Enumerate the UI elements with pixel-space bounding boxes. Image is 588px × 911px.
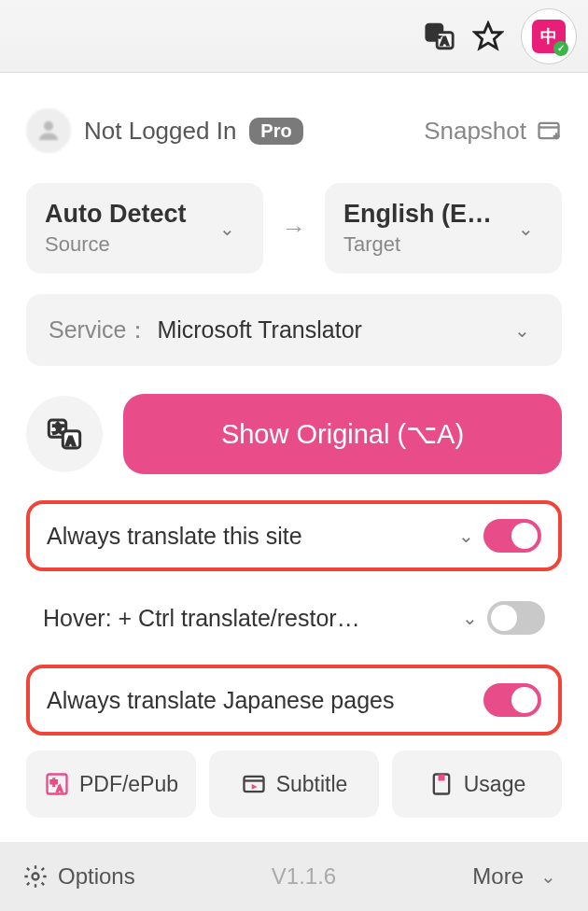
usage-label: Usage <box>464 772 525 797</box>
source-language-sub: Source <box>45 232 201 257</box>
check-icon: ✓ <box>553 41 568 56</box>
chevron-down-icon[interactable]: ⌄ <box>462 607 478 629</box>
always-translate-language-label: Always translate Japanese pages <box>47 687 483 714</box>
avatar[interactable] <box>26 108 71 153</box>
extension-button[interactable]: 中 ✓ <box>521 8 577 64</box>
source-language-title: Auto Detect <box>45 200 201 229</box>
popup-header: Not Logged In Pro Snapshot <box>26 108 562 153</box>
hover-toggle[interactable] <box>487 601 545 635</box>
show-original-button[interactable]: Show Original (⌥A) <box>123 394 562 474</box>
login-status[interactable]: Not Logged In <box>84 117 236 146</box>
chevron-down-icon[interactable]: ⌄ <box>458 525 474 547</box>
source-language-select[interactable]: Auto Detect Source ⌄ <box>26 183 263 273</box>
pdf-epub-button[interactable]: 中 A PDF/ePub <box>26 750 196 818</box>
always-translate-language-row: Always translate Japanese pages <box>26 665 562 736</box>
target-language-sub: Target <box>343 232 499 257</box>
arrow-icon: → <box>276 183 312 273</box>
service-select[interactable]: Service： Microsoft Translator ⌄ <box>26 294 562 366</box>
chevron-down-icon: ⌄ <box>219 217 235 240</box>
service-label: Service： <box>49 315 149 345</box>
svg-text:A: A <box>441 35 448 46</box>
snapshot-label: Snapshot <box>424 117 526 146</box>
options-button[interactable]: Options <box>58 863 135 890</box>
svg-text:文: 文 <box>53 422 64 434</box>
version-label: V1.1.6 <box>135 863 473 890</box>
target-language-select[interactable]: English (E… Target ⌄ <box>325 183 562 273</box>
more-button[interactable]: More ⌄ <box>472 863 566 890</box>
chevron-down-icon: ⌄ <box>540 865 556 888</box>
target-language-title: English (E… <box>343 200 499 229</box>
snapshot-button[interactable]: Snapshot <box>424 117 562 146</box>
subtitle-button[interactable]: Subtitle <box>209 750 379 818</box>
pdf-epub-label: PDF/ePub <box>79 772 178 797</box>
usage-button[interactable]: Usage <box>392 750 562 818</box>
popup-footer: Options V1.1.6 More ⌄ <box>0 842 588 911</box>
translate-page-icon-button[interactable]: A 文 <box>26 396 103 472</box>
always-translate-site-label: Always translate this site <box>47 523 449 550</box>
svg-text:A: A <box>66 434 76 448</box>
svg-marker-4 <box>475 22 501 48</box>
svg-text:文: 文 <box>430 27 441 38</box>
hover-setting-row: Hover: + Ctrl translate/restor… ⌄ <box>26 586 562 650</box>
star-icon[interactable] <box>472 21 504 52</box>
gear-icon[interactable] <box>22 863 49 890</box>
chevron-down-icon: ⌄ <box>518 217 534 240</box>
extension-icon: 中 ✓ <box>532 20 566 53</box>
browser-topbar: 文 A 中 ✓ <box>0 0 588 73</box>
svg-text:A: A <box>57 785 63 793</box>
service-name: Microsoft Translator <box>157 316 505 343</box>
hover-setting-label: Hover: + Ctrl translate/restor… <box>43 605 453 632</box>
pro-badge: Pro <box>249 118 302 145</box>
always-translate-language-toggle[interactable] <box>483 683 541 717</box>
more-label: More <box>472 863 524 890</box>
always-translate-site-toggle[interactable] <box>483 519 541 553</box>
svg-rect-17 <box>244 777 263 792</box>
always-translate-site-row: Always translate this site ⌄ <box>26 500 562 571</box>
translate-icon[interactable]: 文 A <box>424 21 455 52</box>
svg-point-5 <box>44 121 53 131</box>
svg-rect-21 <box>438 775 444 781</box>
subtitle-label: Subtitle <box>276 772 348 797</box>
chevron-down-icon: ⌄ <box>514 319 530 342</box>
svg-point-22 <box>33 874 39 880</box>
svg-marker-19 <box>251 784 257 790</box>
